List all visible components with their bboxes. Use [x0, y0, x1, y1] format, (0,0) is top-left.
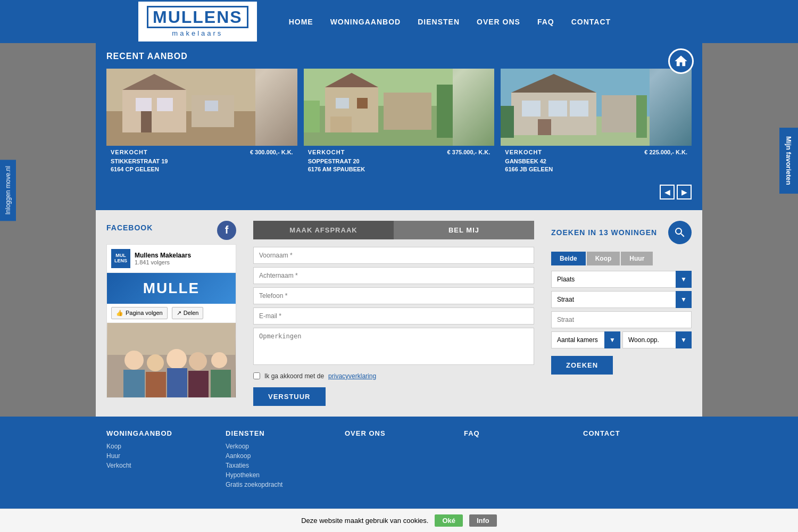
footer-col-woningaanbod: WONINGAANBOD Koop Huur Verkocht	[106, 429, 215, 491]
nav-faq[interactable]: FAQ	[537, 18, 554, 26]
property-image-3	[501, 69, 692, 146]
svg-rect-23	[522, 101, 541, 117]
property-price-2: € 375.000,- K.K.	[447, 149, 491, 155]
property-card-3[interactable]: VERKOCHT € 225.000,- K.K. GANSBEEK 42 61…	[501, 69, 692, 178]
form-tabs: MAAK AFSPRAAK BEL MIJ	[253, 221, 534, 239]
recent-aanbod-section: RECENT AANBOD	[96, 43, 702, 210]
fb-thumb-icon: 👍	[116, 310, 123, 317]
privacy-checkbox[interactable]	[253, 372, 260, 379]
footer: WONINGAANBOD Koop Huur Verkocht DIENSTEN…	[0, 417, 798, 522]
straat-text-input[interactable]	[551, 311, 692, 328]
footer-link-huur[interactable]: Huur	[106, 452, 215, 460]
fb-followers: 1.841 volgers	[135, 259, 191, 265]
property-info-2: VERKOCHT € 375.000,- K.K. SOPPESTRAAT 20…	[304, 146, 495, 178]
main-nav: HOME WONINGAANBOD DIENSTEN OVER ONS FAQ …	[289, 18, 611, 26]
svg-rect-18	[437, 85, 453, 138]
svg-rect-16	[330, 117, 352, 132]
svg-rect-8	[205, 101, 218, 111]
woon-select[interactable]: Woon.opp.	[622, 331, 692, 348]
footer-col-contact: CONTACT	[583, 429, 692, 491]
form-section: MAAK AFSPRAAK BEL MIJ Ik ga akkoord met …	[245, 221, 543, 406]
search-button[interactable]: ZOEKEN	[551, 356, 613, 375]
footer-link-verkocht[interactable]: Verkocht	[106, 462, 215, 469]
properties-grid: VERKOCHT € 300.000,- K.K. STIKKERSTRAAT …	[106, 69, 692, 178]
achternaam-input[interactable]	[253, 267, 534, 284]
side-tab-favorites[interactable]: Mijn favorieten	[779, 128, 798, 194]
property-card-2[interactable]: VERKOCHT € 375.000,- K.K. SOPPESTRAAT 20…	[304, 69, 495, 178]
search-title: ZOEKEN IN 13 WONINGEN	[551, 228, 657, 237]
tab-bel-mij[interactable]: BEL MIJ	[394, 221, 534, 239]
email-input[interactable]	[253, 307, 534, 325]
nav-woningaanbod[interactable]: WONINGAANBOD	[330, 18, 401, 26]
footer-col-diensten: DIENSTEN Verkoop Aankoop Taxaties Hypoth…	[226, 429, 334, 491]
carousel-next-button[interactable]: ▶	[677, 185, 692, 200]
property-address-3: GANSBEEK 42 6166 JB GELEEN	[505, 157, 687, 174]
footer-link-gratis[interactable]: Gratis zoekopdracht	[226, 481, 334, 488]
voornaam-input[interactable]	[253, 247, 534, 264]
property-card-1[interactable]: VERKOCHT € 300.000,- K.K. STIKKERSTRAAT …	[106, 69, 297, 178]
filter-tab-koop[interactable]: Koop	[587, 252, 620, 265]
footer-link-aankoop[interactable]: Aankoop	[226, 452, 334, 460]
property-image-1	[106, 69, 297, 146]
svg-rect-38	[146, 372, 166, 397]
footer-col-title-2: DIENSTEN	[226, 429, 334, 437]
fb-share-icon: ↗	[177, 310, 181, 317]
svg-rect-28	[501, 106, 514, 138]
tab-maak-afspraak[interactable]: MAAK AFSPRAAK	[253, 221, 394, 239]
search-section: ZOEKEN IN 13 WONINGEN Beide Koop Huur Pl…	[543, 221, 692, 406]
property-image-2	[304, 69, 495, 146]
nav-contact[interactable]: CONTACT	[571, 18, 611, 26]
privacy-text: Ik ga akkoord met de	[264, 372, 324, 380]
search-filters-row: Aantal kamers ▼ Woon.opp. ▼	[551, 331, 692, 348]
svg-point-33	[147, 354, 164, 371]
carousel-prev-button[interactable]: ◀	[660, 185, 675, 200]
privacy-link[interactable]: privacyverklaring	[328, 372, 376, 380]
footer-col-title-4: FAQ	[464, 429, 572, 437]
search-title-row: ZOEKEN IN 13 WONINGEN	[551, 221, 692, 244]
logo[interactable]: MULLENS makelaars	[138, 2, 257, 41]
fb-share-button[interactable]: ↗ Delen	[172, 307, 204, 319]
footer-link-koop[interactable]: Koop	[106, 443, 215, 450]
telefoon-input[interactable]	[253, 287, 534, 304]
facebook-widget: MULLENS Mullens Makelaars 1.841 volgers …	[106, 244, 236, 398]
nav-home[interactable]: HOME	[289, 18, 313, 26]
side-tab-login[interactable]: Inloggen move.nl	[0, 160, 16, 221]
footer-link-verkoop[interactable]: Verkoop	[226, 443, 334, 450]
svg-point-36	[211, 352, 227, 368]
cookie-banner: Deze website maakt gebruik van cookies. …	[0, 509, 798, 522]
filter-tab-beide[interactable]: Beide	[551, 252, 586, 265]
plaats-select[interactable]: Plaats	[551, 271, 692, 288]
nav-diensten[interactable]: DIENSTEN	[418, 18, 460, 26]
footer-link-hypotheken[interactable]: Hypotheken	[226, 471, 334, 479]
svg-rect-26	[538, 119, 551, 135]
kamers-select[interactable]: Aantal kamers	[551, 331, 620, 348]
logo-sub-text: makelaars	[172, 29, 223, 37]
nav-over-ons[interactable]: OVER ONS	[477, 18, 520, 26]
cookie-ok-button[interactable]: Oké	[435, 514, 463, 522]
straat-select[interactable]: Straat	[551, 291, 692, 308]
svg-rect-24	[548, 101, 567, 117]
property-status-1: VERKOCHT	[111, 149, 148, 155]
svg-point-32	[124, 351, 144, 370]
fb-logo: MULLENS	[111, 249, 130, 268]
property-status-2: VERKOCHT	[308, 149, 345, 155]
search-straat-row: Straat ▼	[551, 291, 692, 308]
footer-link-taxaties[interactable]: Taxaties	[226, 462, 334, 469]
plaats-select-wrapper: Plaats ▼	[551, 271, 692, 288]
fb-follow-button[interactable]: 👍 Pagina volgen	[111, 307, 168, 319]
property-status-3: VERKOCHT	[505, 149, 542, 155]
footer-col-title-3: OVER ONS	[345, 429, 453, 437]
carousel-controls: ◀ ▶	[106, 185, 692, 200]
cookie-info-button[interactable]: Info	[469, 514, 497, 522]
fb-page-name: Mullens Makelaars	[135, 252, 191, 259]
svg-rect-6	[141, 111, 152, 132]
footer-grid: WONINGAANBOD Koop Huur Verkocht DIENSTEN…	[106, 429, 692, 491]
opmerkingen-input[interactable]	[253, 328, 534, 365]
svg-rect-39	[167, 368, 187, 397]
submit-button[interactable]: VERSTUUR	[253, 387, 326, 406]
filter-tab-huur[interactable]: Huur	[621, 252, 653, 265]
footer-col-title-5: CONTACT	[583, 429, 692, 437]
fb-photo	[107, 323, 236, 397]
svg-point-35	[189, 352, 207, 370]
header: MULLENS makelaars HOME WONINGAANBOD DIEN…	[0, 0, 798, 43]
